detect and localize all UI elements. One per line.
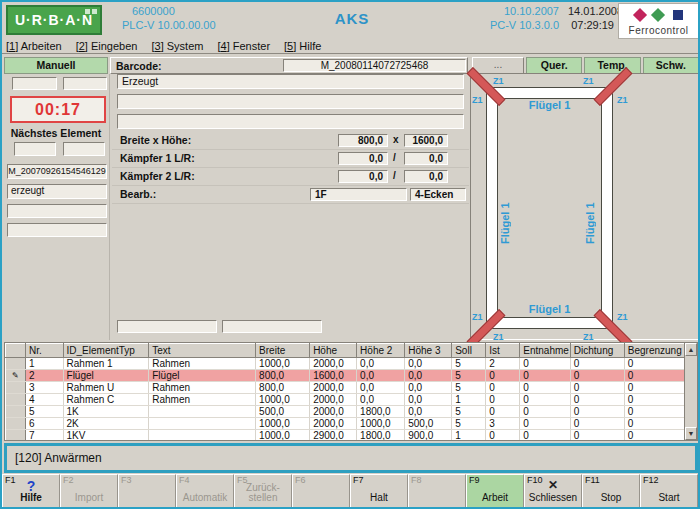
table-cell[interactable]: 0,0 xyxy=(357,370,405,382)
table-cell[interactable]: 0 xyxy=(624,430,685,442)
column-header[interactable]: Soll xyxy=(452,344,486,358)
table-cell[interactable]: 0 xyxy=(624,382,685,394)
row-selector[interactable] xyxy=(6,430,26,442)
column-header[interactable]: Nr. xyxy=(25,344,63,358)
menu-item-system[interactable]: [3] System xyxy=(151,39,203,53)
fkey-f7-halt[interactable]: F7Halt xyxy=(350,474,408,507)
table-row[interactable]: 62K1000,02000,01000,0500,053000 xyxy=(6,418,686,430)
table-cell[interactable]: 0,0 xyxy=(357,382,405,394)
menu-item-fenster[interactable]: [4] Fenster xyxy=(217,39,270,53)
left-panel-field-4[interactable] xyxy=(7,223,107,237)
table-cell[interactable]: 1000,0 xyxy=(256,430,310,442)
table-row[interactable]: 1Rahmen 1Rahmen1000,02000,00,00,052000 xyxy=(6,358,686,370)
row-edit-marker-icon[interactable]: ✎ xyxy=(6,370,26,382)
table-cell[interactable]: 1KV xyxy=(63,430,149,442)
table-row[interactable]: 51K500,02000,01800,00,050000 xyxy=(6,406,686,418)
column-header[interactable]: ID_ElementTyp xyxy=(63,344,149,358)
column-header[interactable]: Höhe 2 xyxy=(357,344,405,358)
fkey-f4-automatik[interactable]: F4Automatik xyxy=(176,474,234,507)
column-header[interactable]: Breite xyxy=(256,344,310,358)
table-cell[interactable] xyxy=(149,418,256,430)
column-header[interactable]: Dichtung xyxy=(570,344,624,358)
menu-item-arbeiten[interactable]: [1] Arbeiten xyxy=(6,39,62,53)
fkey-f5-zurückstellen[interactable]: F5Zurück- stellen xyxy=(234,474,292,507)
table-cell[interactable]: 0,0 xyxy=(405,358,452,370)
table-cell[interactable]: 0 xyxy=(570,430,624,442)
table-cell[interactable]: 1K xyxy=(63,406,149,418)
table-cell[interactable]: 4 xyxy=(25,394,63,406)
table-cell[interactable]: 500,0 xyxy=(256,406,310,418)
table-cell[interactable]: 0 xyxy=(570,394,624,406)
table-cell[interactable] xyxy=(149,406,256,418)
table-scrollbar[interactable]: ▲ ▼ xyxy=(684,343,697,440)
table-cell[interactable]: 5 xyxy=(452,406,486,418)
fkey-f9-arbeit[interactable]: F9Arbeit xyxy=(466,474,524,507)
table-cell[interactable]: 2000,0 xyxy=(310,418,357,430)
table-cell[interactable]: 5 xyxy=(452,358,486,370)
table-cell[interactable]: 0 xyxy=(520,406,571,418)
table-cell[interactable] xyxy=(149,430,256,442)
column-header[interactable]: Entnahme xyxy=(520,344,571,358)
column-header[interactable]: Höhe 3 xyxy=(405,344,452,358)
table-cell[interactable]: 500,0 xyxy=(405,418,452,430)
menu-item-eingeben[interactable]: [2] Eingeben xyxy=(76,39,138,53)
table-cell[interactable]: 0,0 xyxy=(357,358,405,370)
table-cell[interactable]: 0 xyxy=(570,382,624,394)
row-selector[interactable] xyxy=(6,406,26,418)
table-cell[interactable]: 0 xyxy=(486,370,520,382)
table-cell[interactable]: Rahmen xyxy=(149,382,256,394)
table-cell[interactable]: 0 xyxy=(570,418,624,430)
table-cell[interactable]: 7 xyxy=(25,430,63,442)
table-cell[interactable]: 0 xyxy=(520,358,571,370)
element-status-field[interactable]: Erzeugt xyxy=(117,74,464,89)
toolbar-button-schw[interactable]: Schw. xyxy=(643,57,699,74)
table-cell[interactable]: 5 xyxy=(452,418,486,430)
form-bottom-field-1[interactable] xyxy=(117,320,217,333)
fkey-f3[interactable]: F3 xyxy=(118,474,176,507)
table-cell[interactable]: 0 xyxy=(624,406,685,418)
row-selector[interactable] xyxy=(6,418,26,430)
column-header[interactable]: Text xyxy=(149,344,256,358)
table-cell[interactable]: Rahmen xyxy=(149,358,256,370)
toolbar-button-temp[interactable]: Temp. xyxy=(584,57,640,74)
fkey-f6[interactable]: F6 xyxy=(292,474,350,507)
row-selector[interactable] xyxy=(6,382,26,394)
next-element-status-field[interactable]: erzeugt xyxy=(7,184,107,199)
table-cell[interactable]: 800,0 xyxy=(256,370,310,382)
scroll-up-icon[interactable]: ▲ xyxy=(685,343,697,356)
table-cell[interactable]: 2000,0 xyxy=(310,382,357,394)
form-bottom-field-2[interactable] xyxy=(222,320,322,333)
next-element-id-field[interactable]: M_20070926154546129 xyxy=(7,164,107,179)
table-cell[interactable]: 0 xyxy=(624,418,685,430)
table-cell[interactable]: 2K xyxy=(63,418,149,430)
table-cell[interactable]: Rahmen C xyxy=(63,394,149,406)
table-cell[interactable]: 0 xyxy=(486,394,520,406)
left-panel-field-3[interactable] xyxy=(7,204,107,218)
table-cell[interactable]: 2 xyxy=(25,370,63,382)
table-cell[interactable]: 2000,0 xyxy=(310,394,357,406)
form-empty-field-2[interactable] xyxy=(117,114,464,129)
table-cell[interactable]: 0 xyxy=(624,394,685,406)
more-button[interactable]: ... xyxy=(472,57,524,74)
table-cell[interactable]: 1 xyxy=(452,430,486,442)
column-header[interactable]: Begrenzung xyxy=(624,344,685,358)
dimension-value-1[interactable]: 0,0 xyxy=(338,170,388,183)
table-cell[interactable]: 2 xyxy=(486,358,520,370)
table-cell[interactable]: 6 xyxy=(25,418,63,430)
bearb-type-field[interactable]: 4-Ecken xyxy=(410,188,466,201)
table-cell[interactable]: 1000,0 xyxy=(256,358,310,370)
dimension-value-1[interactable]: 0,0 xyxy=(338,152,388,165)
toolbar-button-quer[interactable]: Quer. xyxy=(526,57,582,74)
table-cell[interactable]: 0,0 xyxy=(405,382,452,394)
fkey-f2-import[interactable]: F2Import xyxy=(60,474,118,507)
table-cell[interactable]: 0 xyxy=(520,430,571,442)
table-cell[interactable]: 0 xyxy=(624,370,685,382)
table-cell[interactable]: Rahmen xyxy=(149,394,256,406)
dimension-value-1[interactable]: 800,0 xyxy=(338,134,388,147)
table-cell[interactable]: 5 xyxy=(452,370,486,382)
table-cell[interactable]: 0 xyxy=(486,406,520,418)
table-cell[interactable]: 0 xyxy=(570,406,624,418)
table-cell[interactable]: 0,0 xyxy=(405,370,452,382)
form-empty-field-1[interactable] xyxy=(117,94,464,109)
table-cell[interactable]: 0,0 xyxy=(405,394,452,406)
